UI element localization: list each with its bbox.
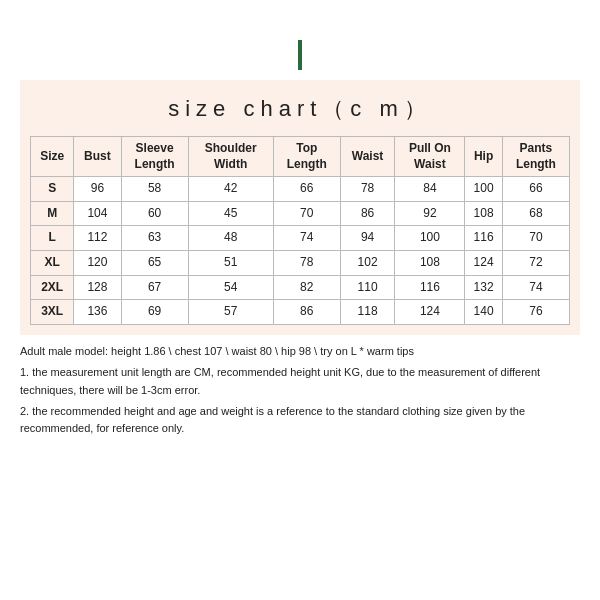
table-cell: 94 <box>340 226 395 251</box>
table-cell: 69 <box>121 300 188 325</box>
table-cell: 70 <box>273 201 340 226</box>
table-row: L1126348749410011670 <box>31 226 570 251</box>
table-cell: 108 <box>465 201 502 226</box>
table-cell: 140 <box>465 300 502 325</box>
note-model: Adult male model: height 1.86 \ chest 10… <box>20 343 580 361</box>
table-cell: 74 <box>502 275 569 300</box>
table-cell: 67 <box>121 275 188 300</box>
table-body: S96584266788410066M104604570869210868L11… <box>31 177 570 325</box>
table-cell: 51 <box>188 250 273 275</box>
table-header-cell: Waist <box>340 137 395 177</box>
table-cell: 45 <box>188 201 273 226</box>
table-row: 3XL13669578611812414076 <box>31 300 570 325</box>
table-cell: 72 <box>502 250 569 275</box>
table-header-cell: Pants Length <box>502 137 569 177</box>
table-cell: 63 <box>121 226 188 251</box>
table-cell: 60 <box>121 201 188 226</box>
table-cell: 132 <box>465 275 502 300</box>
table-cell: 78 <box>340 177 395 202</box>
table-cell: 110 <box>340 275 395 300</box>
chart-title: size chart（c m） <box>30 94 570 124</box>
table-cell: 112 <box>74 226 121 251</box>
table-cell: 76 <box>502 300 569 325</box>
table-cell: 96 <box>74 177 121 202</box>
table-cell: 66 <box>273 177 340 202</box>
table-cell: 78 <box>273 250 340 275</box>
table-cell: 66 <box>502 177 569 202</box>
table-cell: 92 <box>395 201 465 226</box>
table-header-cell: Shoulder Width <box>188 137 273 177</box>
table-cell: 84 <box>395 177 465 202</box>
table-cell: 82 <box>273 275 340 300</box>
table-cell: 54 <box>188 275 273 300</box>
table-cell: 100 <box>395 226 465 251</box>
table-cell: 48 <box>188 226 273 251</box>
table-header-cell: Bust <box>74 137 121 177</box>
table-cell: 102 <box>340 250 395 275</box>
table-header-cell: Size <box>31 137 74 177</box>
table-cell: 74 <box>273 226 340 251</box>
table-header-row: SizeBustSleeve LengthShoulder WidthTop L… <box>31 137 570 177</box>
table-cell: 116 <box>395 275 465 300</box>
table-cell: L <box>31 226 74 251</box>
table-cell: 65 <box>121 250 188 275</box>
table-cell: 128 <box>74 275 121 300</box>
table-cell: XL <box>31 250 74 275</box>
table-row: S96584266788410066 <box>31 177 570 202</box>
table-header-cell: Pull On Waist <box>395 137 465 177</box>
table-cell: 3XL <box>31 300 74 325</box>
table-cell: 120 <box>74 250 121 275</box>
table-header-cell: Top Length <box>273 137 340 177</box>
table-cell: 2XL <box>31 275 74 300</box>
table-cell: 86 <box>273 300 340 325</box>
table-cell: 116 <box>465 226 502 251</box>
table-cell: 86 <box>340 201 395 226</box>
table-row: 2XL12867548211011613274 <box>31 275 570 300</box>
table-row: XL12065517810210812472 <box>31 250 570 275</box>
table-cell: 57 <box>188 300 273 325</box>
table-header-cell: Sleeve Length <box>121 137 188 177</box>
note-2: 2. the recommended height and age and we… <box>20 403 580 438</box>
table-row: M104604570869210868 <box>31 201 570 226</box>
table-cell: 118 <box>340 300 395 325</box>
note-1: 1. the measurement unit length are CM, r… <box>20 364 580 399</box>
table-cell: 42 <box>188 177 273 202</box>
table-cell: 58 <box>121 177 188 202</box>
table-cell: 124 <box>465 250 502 275</box>
top-accent <box>298 40 302 70</box>
table-cell: 104 <box>74 201 121 226</box>
table-cell: S <box>31 177 74 202</box>
table-cell: 136 <box>74 300 121 325</box>
table-cell: 100 <box>465 177 502 202</box>
size-table: SizeBustSleeve LengthShoulder WidthTop L… <box>30 136 570 325</box>
notes-section: Adult male model: height 1.86 \ chest 10… <box>20 343 580 441</box>
table-cell: 124 <box>395 300 465 325</box>
table-cell: M <box>31 201 74 226</box>
table-header-cell: Hip <box>465 137 502 177</box>
table-cell: 70 <box>502 226 569 251</box>
table-cell: 68 <box>502 201 569 226</box>
table-cell: 108 <box>395 250 465 275</box>
size-chart-container: size chart（c m） SizeBustSleeve LengthSho… <box>20 80 580 335</box>
